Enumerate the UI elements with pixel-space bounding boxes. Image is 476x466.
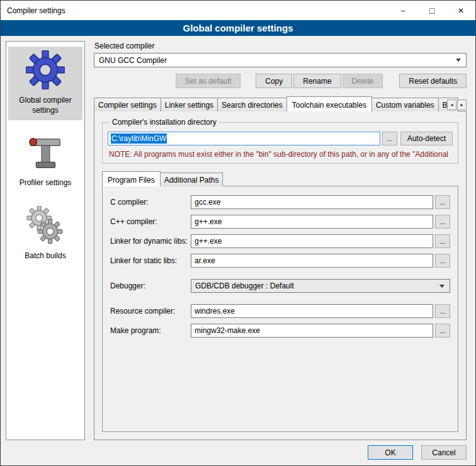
installation-directory-group-title: Compiler's installation directory bbox=[110, 118, 218, 127]
main-panel: Selected compiler GNU GCC Compiler Set a… bbox=[94, 41, 467, 440]
c-compiler-input[interactable] bbox=[191, 195, 433, 209]
program-files-tab-bar: Program Files Additional Paths bbox=[102, 171, 458, 186]
toolchain-executables-page: Compiler's installation directory C:\ray… bbox=[94, 111, 467, 440]
chevron-down-icon bbox=[439, 285, 445, 288]
debugger-row: Debugger: GDB/CDB debugger : Default bbox=[110, 279, 450, 293]
maximize-icon: □ bbox=[429, 6, 434, 16]
close-icon: ✕ bbox=[458, 6, 464, 15]
settings-category-list: Global compiler settings Profiler settin… bbox=[6, 41, 85, 440]
tab-additional-paths[interactable]: Additional Paths bbox=[160, 173, 224, 186]
tab-toolchain-executables[interactable]: Toolchain executables bbox=[286, 96, 372, 111]
cpp-compiler-row: C++ compiler: ... bbox=[110, 215, 450, 229]
static-linker-label: Linker for static libs: bbox=[110, 256, 191, 265]
compiler-actions: Set as default Copy Rename Delete Reset … bbox=[94, 74, 467, 88]
dynamic-linker-label: Linker for dynamic libs: bbox=[110, 237, 191, 246]
dialog-heading: Global compiler settings bbox=[1, 20, 475, 36]
resource-compiler-label: Resource compiler: bbox=[110, 307, 191, 315]
selected-compiler-label: Selected compiler bbox=[94, 42, 467, 50]
dynamic-linker-row: Linker for dynamic libs: ... bbox=[110, 234, 450, 248]
sidebar-item-label: Profiler settings bbox=[20, 178, 72, 188]
c-compiler-label: C compiler: bbox=[110, 198, 191, 207]
browse-button[interactable]: ... bbox=[435, 195, 450, 209]
make-program-input[interactable] bbox=[191, 324, 433, 338]
installation-directory-group: Compiler's installation directory C:\ray… bbox=[102, 118, 458, 164]
program-files-page: C compiler: ... C++ compiler: ... Linker… bbox=[102, 186, 458, 432]
dialog-footer: OK Cancel bbox=[1, 445, 475, 465]
blue-gear-icon bbox=[26, 50, 65, 89]
browse-directory-button[interactable]: ... bbox=[382, 132, 397, 145]
arrow-right-icon: ► bbox=[460, 103, 464, 107]
rename-button[interactable]: Rename bbox=[293, 74, 341, 88]
tab-custom-variables[interactable]: Custom variables bbox=[371, 98, 439, 111]
browse-button[interactable]: ... bbox=[435, 234, 450, 248]
debugger-label: Debugger: bbox=[110, 281, 191, 290]
maximize-button[interactable]: □ bbox=[417, 1, 446, 20]
resource-compiler-input[interactable] bbox=[191, 304, 433, 318]
sidebar-item-profiler-settings[interactable]: Profiler settings bbox=[8, 129, 82, 193]
copy-button[interactable]: Copy bbox=[256, 74, 292, 88]
dialog-body: Global compiler settings Profiler settin… bbox=[1, 36, 475, 445]
browse-button[interactable]: ... bbox=[435, 215, 450, 229]
sidebar-item-batch-builds[interactable]: Batch builds bbox=[8, 202, 82, 266]
profiler-tool-icon bbox=[26, 133, 65, 172]
debugger-value: GDB/CDB debugger : Default bbox=[195, 281, 436, 290]
installation-directory-row: C:\raylib\MinGW ... Auto-detect bbox=[108, 132, 453, 145]
window-title: Compiler settings bbox=[1, 1, 388, 20]
installation-directory-input[interactable]: C:\raylib\MinGW bbox=[108, 132, 380, 145]
browse-button[interactable]: ... bbox=[435, 304, 450, 318]
tab-scroll-controls: ◄ ► bbox=[446, 99, 467, 110]
browse-button[interactable]: ... bbox=[435, 324, 450, 338]
dynamic-linker-input[interactable] bbox=[191, 234, 433, 248]
tab-scroll-left-button[interactable]: ◄ bbox=[447, 99, 456, 110]
settings-tab-bar: Compiler settings Linker settings Search… bbox=[94, 96, 467, 111]
make-program-row: Make program: ... bbox=[110, 324, 450, 338]
browse-button[interactable]: ... bbox=[435, 254, 450, 268]
minimize-icon: – bbox=[401, 6, 405, 15]
static-linker-row: Linker for static libs: ... bbox=[110, 254, 450, 268]
static-linker-input[interactable] bbox=[191, 254, 433, 268]
sidebar-item-global-compiler-settings[interactable]: Global compiler settings bbox=[8, 47, 82, 120]
cpp-compiler-label: C++ compiler: bbox=[110, 217, 191, 226]
cancel-button[interactable]: Cancel bbox=[421, 445, 467, 460]
sidebar-item-label: Batch builds bbox=[25, 251, 65, 261]
title-bar: Compiler settings – □ ✕ bbox=[1, 1, 475, 20]
installation-directory-value: C:\raylib\MinGW bbox=[111, 134, 167, 144]
auto-detect-button[interactable]: Auto-detect bbox=[400, 132, 453, 145]
minimize-button[interactable]: – bbox=[388, 1, 417, 20]
ok-button[interactable]: OK bbox=[368, 445, 413, 460]
gray-gears-icon bbox=[26, 206, 65, 245]
c-compiler-row: C compiler: ... bbox=[110, 195, 450, 209]
selected-compiler-value: GNU GCC Compiler bbox=[99, 56, 452, 65]
make-program-label: Make program: bbox=[110, 326, 191, 335]
tab-program-files[interactable]: Program Files bbox=[102, 171, 161, 186]
selected-compiler-dropdown[interactable]: GNU GCC Compiler bbox=[94, 53, 467, 67]
tab-linker-settings[interactable]: Linker settings bbox=[161, 98, 218, 111]
bin-subdirectory-note: NOTE: All programs must exist either in … bbox=[109, 150, 453, 159]
tab-scroll-right-button[interactable]: ► bbox=[457, 99, 467, 110]
chevron-down-icon bbox=[456, 59, 461, 62]
compiler-settings-window: Compiler settings – □ ✕ Global compiler … bbox=[0, 0, 476, 466]
tab-compiler-settings[interactable]: Compiler settings bbox=[94, 98, 161, 111]
close-button[interactable]: ✕ bbox=[446, 1, 475, 20]
set-as-default-button[interactable]: Set as default bbox=[176, 74, 241, 88]
sidebar-item-label: Global compiler settings bbox=[9, 96, 81, 115]
resource-compiler-row: Resource compiler: ... bbox=[110, 304, 450, 318]
tab-search-directories[interactable]: Search directories bbox=[217, 98, 287, 111]
debugger-dropdown[interactable]: GDB/CDB debugger : Default bbox=[191, 279, 450, 293]
reset-defaults-button[interactable]: Reset defaults bbox=[399, 74, 467, 88]
delete-button[interactable]: Delete bbox=[343, 74, 383, 88]
arrow-left-icon: ◄ bbox=[450, 103, 454, 107]
cpp-compiler-input[interactable] bbox=[191, 215, 433, 229]
